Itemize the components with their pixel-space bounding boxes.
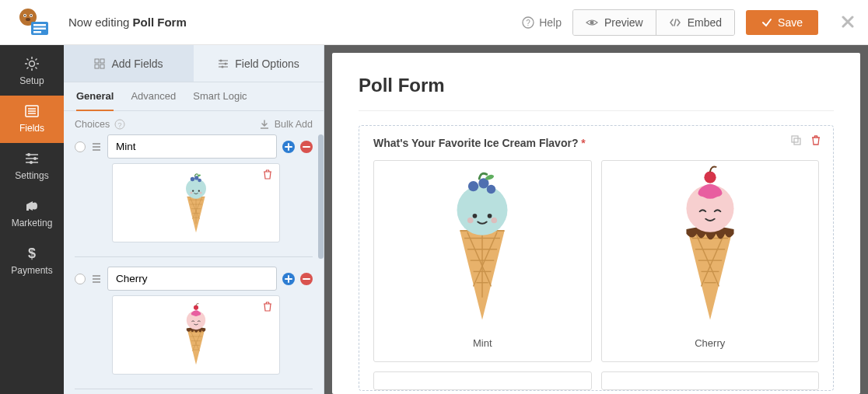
options-icon	[218, 58, 229, 69]
svg-point-42	[30, 61, 35, 67]
svg-line-49	[27, 68, 29, 69]
nav-setup[interactable]: Setup	[0, 48, 64, 96]
option-card[interactable]: Cherry	[601, 160, 820, 362]
field-question: What's Your Favorite Ice Cream Flavor? *	[373, 137, 819, 149]
required-asterisk: *	[581, 137, 585, 149]
trash-icon	[262, 169, 273, 180]
subtab-smart-logic[interactable]: Smart Logic	[193, 90, 247, 110]
cherry-ice-cream-image	[663, 164, 757, 327]
code-icon	[669, 16, 681, 29]
minus-icon	[303, 275, 310, 283]
subtab-advanced[interactable]: Advanced	[131, 90, 176, 110]
svg-line-50	[36, 59, 37, 61]
tab-add-fields[interactable]: Add Fields	[64, 45, 194, 82]
svg-text:$: $	[28, 246, 36, 261]
tab-field-options[interactable]: Field Options	[194, 45, 324, 82]
download-icon	[259, 119, 270, 130]
svg-point-60	[30, 161, 33, 164]
svg-point-58	[27, 153, 30, 156]
delete-image-button[interactable]	[262, 169, 273, 183]
svg-line-48	[36, 68, 37, 69]
option-card[interactable]: Mint	[373, 160, 592, 362]
nav-fields[interactable]: Fields	[0, 96, 64, 143]
mint-ice-cream-image	[436, 164, 529, 327]
remove-choice-button[interactable]	[300, 141, 313, 153]
help-icon: ?	[522, 16, 534, 29]
svg-point-59	[33, 157, 37, 160]
svg-rect-63	[95, 59, 99, 63]
svg-point-32	[30, 15, 32, 16]
choices-label: Choices	[75, 119, 110, 130]
svg-point-70	[220, 59, 222, 61]
help-icon[interactable]: ?	[114, 119, 125, 130]
remove-choice-button[interactable]	[300, 273, 313, 285]
close-icon	[842, 16, 854, 28]
plus-icon	[285, 275, 292, 283]
svg-rect-35	[33, 24, 46, 26]
wpforms-logo	[17, 7, 54, 38]
grid-add-icon	[94, 58, 105, 69]
option-label: Mint	[473, 337, 492, 349]
svg-line-41	[674, 19, 676, 26]
choice-input[interactable]	[107, 134, 277, 159]
svg-text:?: ?	[118, 121, 122, 129]
svg-rect-65	[95, 65, 99, 68]
svg-rect-61	[26, 207, 29, 211]
list-icon	[3, 103, 61, 119]
duplicate-field-button[interactable]	[789, 134, 802, 149]
option-card[interactable]	[601, 371, 820, 390]
option-card[interactable]	[373, 371, 592, 390]
add-choice-button[interactable]	[282, 273, 295, 285]
plus-icon	[285, 143, 292, 151]
svg-rect-66	[100, 65, 104, 68]
option-label: Cherry	[695, 337, 725, 349]
dollar-icon: $	[3, 246, 61, 261]
form-title[interactable]: Poll Form	[359, 75, 834, 96]
mint-ice-cream-thumb	[177, 170, 215, 235]
delete-field-button[interactable]	[810, 134, 822, 149]
subtab-general[interactable]: General	[76, 90, 114, 111]
add-choice-button[interactable]	[282, 141, 295, 153]
editing-label: Now editing Poll Form	[68, 16, 187, 29]
svg-rect-89	[794, 138, 800, 145]
trash-icon	[810, 134, 822, 146]
help-link[interactable]: ? Help	[522, 16, 562, 29]
choice-input[interactable]	[107, 267, 277, 291]
choice-default-radio[interactable]	[75, 141, 86, 152]
cherry-ice-cream-thumb	[177, 302, 215, 368]
preview-button[interactable]: Preview	[573, 10, 656, 35]
field-block[interactable]: What's Your Favorite Ice Cream Flavor? *…	[359, 125, 834, 391]
check-icon	[761, 17, 772, 28]
panel-scrollbar[interactable]	[318, 134, 324, 259]
svg-point-71	[225, 62, 227, 65]
svg-point-40	[590, 20, 593, 24]
choice-image-box[interactable]	[112, 163, 280, 242]
svg-point-72	[222, 65, 224, 68]
svg-line-47	[27, 59, 29, 61]
drag-handle-icon[interactable]	[91, 274, 102, 284]
delete-image-button[interactable]	[262, 301, 273, 315]
drag-handle-icon[interactable]	[91, 141, 102, 152]
embed-button[interactable]: Embed	[656, 10, 734, 35]
minus-icon	[303, 143, 310, 151]
nav-settings[interactable]: Settings	[0, 143, 64, 190]
choice-image-box[interactable]	[112, 295, 280, 375]
svg-rect-88	[792, 136, 798, 142]
nav-marketing[interactable]: Marketing	[0, 190, 64, 238]
trash-icon	[262, 301, 273, 312]
svg-text:?: ?	[526, 19, 530, 27]
svg-rect-37	[33, 31, 41, 33]
eye-icon	[586, 16, 598, 29]
svg-rect-36	[33, 27, 46, 30]
close-button[interactable]	[842, 12, 854, 33]
save-button[interactable]: Save	[746, 10, 818, 35]
gear-icon	[3, 56, 61, 71]
copy-icon	[789, 134, 802, 146]
bulk-add-link[interactable]: Bulk Add	[259, 119, 313, 130]
svg-point-31	[24, 15, 26, 16]
choice-default-radio[interactable]	[75, 274, 86, 284]
bullhorn-icon	[3, 198, 61, 214]
svg-point-33	[26, 18, 30, 21]
svg-rect-64	[100, 59, 104, 63]
nav-payments[interactable]: $ Payments	[0, 238, 64, 285]
